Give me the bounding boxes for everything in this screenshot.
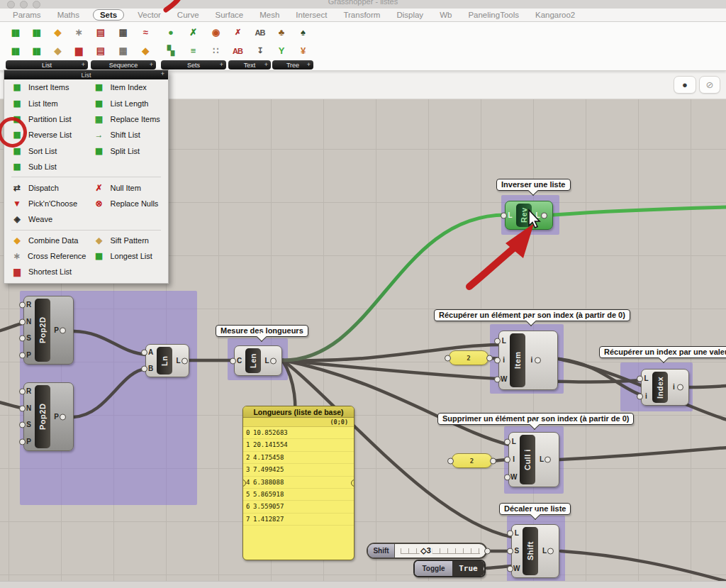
menubar-item[interactable]: Transform [340, 10, 383, 20]
dropdown-header[interactable]: List+ [4, 70, 168, 79]
menubar-item[interactable]: Intersect [293, 10, 330, 20]
prune-tree-icon[interactable]: ¥ [294, 42, 313, 60]
input-port[interactable]: B [147, 365, 154, 372]
text-length-icon[interactable]: ↧ [251, 42, 269, 60]
input-port[interactable]: P [26, 438, 32, 445]
set-intersection-icon[interactable]: ▚ [161, 42, 179, 60]
menu-item[interactable]: ▦ Replace Items [86, 111, 169, 127]
input-port[interactable]: L [510, 438, 517, 445]
menu-item[interactable]: ▆ Shortest List [4, 264, 86, 279]
simplify-tree-icon[interactable]: Y [272, 42, 291, 60]
output-port[interactable]: L [264, 357, 270, 365]
menubar-item[interactable]: Vector [135, 10, 164, 20]
component-ln[interactable]: A B Ln L [145, 344, 189, 377]
toolbar-tab-sequence[interactable]: Sequence+ [91, 60, 156, 70]
component-pop2d-b[interactable]: R N S P Pop2D P [23, 382, 74, 451]
menubar-item[interactable]: Curve [174, 10, 202, 20]
menu-item[interactable]: ⊗ Replace Nulls [86, 196, 169, 211]
output-port[interactable]: L [541, 548, 547, 555]
menubar-item[interactable]: Display [393, 10, 426, 20]
number-chip-item-index[interactable]: 2 [449, 350, 488, 365]
menubar-item[interactable]: Wb [437, 10, 454, 20]
menubar-item[interactable]: Kangaroo2 [532, 10, 578, 20]
output-port[interactable]: L [535, 212, 541, 219]
input-port[interactable]: S [26, 421, 32, 428]
menu-item[interactable]: ⇄ Dispatch [4, 179, 86, 195]
input-port[interactable]: i [643, 393, 649, 400]
component-reverse-list[interactable]: L Rev L [505, 201, 553, 230]
flatten-tree-icon[interactable]: ♣ [272, 23, 291, 41]
shift-slider[interactable]: Shift ◇3 [367, 543, 487, 559]
boolean-toggle[interactable]: Toggle True [413, 560, 486, 577]
component-len[interactable]: C Len L [234, 345, 282, 376]
menu-item[interactable]: ✗ Null Item [86, 179, 169, 195]
input-port[interactable]: R [26, 301, 32, 309]
member-index-icon[interactable]: ≡ [184, 42, 202, 60]
output-port[interactable]: i [528, 357, 535, 364]
menu-item[interactable]: ∗ Cross Reference [4, 248, 86, 264]
repeat-data-icon[interactable]: ▤ [91, 23, 109, 41]
input-port[interactable]: L [507, 212, 513, 219]
menu-item[interactable]: ▮▮ Item Index [86, 79, 169, 95]
menu-item[interactable]: ▮▮ Insert Items [4, 79, 86, 95]
menubar-item[interactable]: PanelingTools [465, 10, 522, 20]
menubar-item[interactable]: Params [10, 10, 44, 20]
insert-items-icon[interactable]: ▮▮ [6, 23, 24, 41]
number-chip-cull-index[interactable]: 2 [452, 453, 492, 468]
menubar-item[interactable]: Sets [93, 9, 124, 21]
input-port[interactable]: C [236, 357, 242, 365]
set-difference-icon[interactable]: ✗ [184, 23, 202, 41]
input-port[interactable]: i [501, 357, 507, 364]
menu-item[interactable]: ▮▮ Longest List [86, 248, 169, 264]
component-shift-list[interactable]: L S W Shift L [511, 524, 559, 578]
graph-mapper-icon[interactable]: ≈ [135, 23, 154, 41]
duplicate-data-icon[interactable]: ▦ [113, 42, 132, 60]
cull-pattern-icon[interactable]: ▤ [91, 42, 109, 60]
output-port[interactable]: P [53, 414, 60, 421]
toolbar-tab-tree[interactable]: Tree+ [272, 60, 313, 70]
menu-item[interactable]: ▮▮ Sub List [4, 159, 86, 174]
toolbar-tab-sets[interactable]: Sets+ [161, 60, 226, 70]
component-pop2d-a[interactable]: R N S P Pop2D P [23, 296, 74, 365]
split-list-icon[interactable]: ▮▮ [27, 42, 45, 60]
format-icon[interactable]: AB [251, 23, 269, 41]
input-port[interactable]: W [513, 565, 520, 572]
toolbar-tab-list[interactable]: List+ [6, 60, 88, 70]
char-sequence-icon[interactable]: ◉ [206, 23, 224, 41]
input-port[interactable]: P [26, 352, 32, 359]
expand-icon[interactable]: + [307, 61, 311, 68]
list-item-icon[interactable]: ▮▮ [6, 42, 24, 60]
toolbar-tab-text[interactable]: Text+ [228, 60, 271, 70]
menu-item[interactable]: → Shift List [86, 127, 169, 143]
sort-list-icon[interactable]: ▮▮ [27, 23, 45, 41]
input-port[interactable]: R [26, 388, 32, 395]
expand-icon[interactable]: + [82, 61, 85, 68]
combine-data-icon[interactable]: ◆ [48, 23, 67, 41]
menu-item[interactable]: ◆ Sift Pattern [86, 233, 169, 248]
create-set-icon[interactable]: ● [161, 23, 179, 41]
slider-track[interactable]: ◇3 [395, 544, 486, 558]
text-split-icon[interactable]: ✗ [228, 23, 247, 41]
graft-tree-icon[interactable]: ♠ [294, 23, 313, 41]
input-port[interactable]: L [643, 375, 649, 382]
shortest-list-icon[interactable]: ▆ [69, 42, 87, 60]
menubar-item[interactable]: Maths [55, 10, 82, 20]
menu-item[interactable]: ▮▮ List Item [4, 95, 86, 111]
input-port[interactable]: I [510, 456, 517, 463]
stack-data-icon[interactable]: ▦ [113, 23, 132, 41]
input-port[interactable]: L [501, 338, 507, 345]
component-cull-index[interactable]: L I W Cull i L [508, 432, 559, 487]
input-port[interactable]: N [26, 318, 32, 326]
menu-item[interactable]: ▮▮ Split List [86, 143, 169, 159]
preview-sphere-button[interactable]: ● [674, 76, 696, 94]
input-port[interactable]: S [513, 548, 520, 555]
expand-icon[interactable]: + [150, 61, 153, 68]
output-port[interactable]: i [671, 384, 677, 391]
menubar-item[interactable]: Surface [213, 10, 247, 20]
output-port[interactable]: P [53, 327, 60, 334]
output-port[interactable]: L [538, 456, 544, 463]
input-port[interactable]: W [510, 474, 517, 481]
input-port[interactable]: N [26, 405, 32, 412]
input-port[interactable]: W [501, 376, 507, 383]
input-port[interactable]: A [147, 349, 154, 356]
